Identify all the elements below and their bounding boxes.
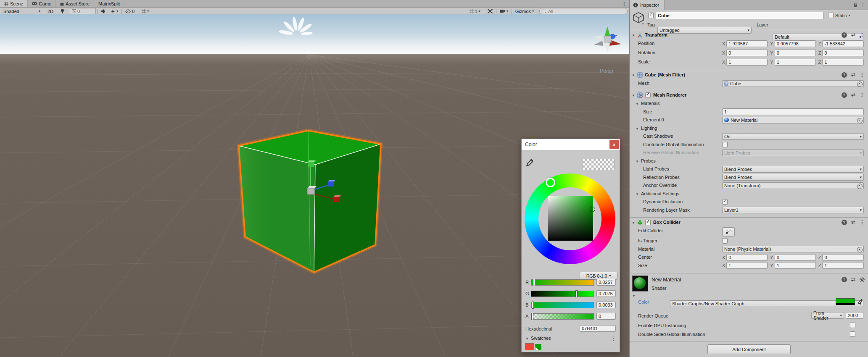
scene-visibility-button[interactable]: 0 xyxy=(124,8,136,14)
red-slider[interactable] xyxy=(531,279,594,286)
eyedropper-icon[interactable] xyxy=(526,158,533,167)
position-y-field[interactable]: 0.9057798 xyxy=(775,40,816,47)
presets-icon[interactable] xyxy=(851,277,856,282)
foldout-triangle-icon[interactable] xyxy=(632,92,635,97)
double-sided-gi-checkbox[interactable] xyxy=(850,331,855,337)
projection-mode-label[interactable]: Persp xyxy=(592,68,621,74)
help-icon[interactable] xyxy=(842,72,847,78)
grid-visibility-button[interactable]: ▾ xyxy=(140,8,150,14)
foldout-triangle-icon[interactable] xyxy=(632,72,635,77)
help-icon[interactable] xyxy=(842,92,847,98)
lighting-foldout-row[interactable]: Lighting xyxy=(630,124,868,133)
object-picker-icon[interactable] xyxy=(857,118,863,123)
help-icon[interactable] xyxy=(842,32,847,38)
help-icon[interactable] xyxy=(842,220,847,225)
chevron-down-icon[interactable]: ▾ xyxy=(849,13,850,17)
rotation-z-field[interactable]: 0 xyxy=(822,50,864,56)
tab-asset-store[interactable]: Asset Store xyxy=(56,0,94,7)
blue-slider[interactable] xyxy=(531,302,594,308)
anchor-override-field[interactable]: None (Transform) xyxy=(722,182,864,189)
scale-y-field[interactable]: 1 xyxy=(775,59,816,66)
render-queue-value-field[interactable]: 2000 xyxy=(846,312,863,319)
draw-mode-dropdown[interactable]: Shaded▾ xyxy=(2,8,42,14)
slider-handle[interactable] xyxy=(575,290,578,297)
slider-handle[interactable] xyxy=(531,313,533,320)
center-y-field[interactable]: 0 xyxy=(775,254,816,261)
close-button[interactable]: x xyxy=(609,140,619,149)
mesh-filter-header[interactable]: Cube (Mesh Filter) xyxy=(630,70,868,79)
scale-z-field[interactable]: 1 xyxy=(822,59,864,66)
tab-inspector[interactable]: Inspector xyxy=(630,0,665,10)
presets-icon[interactable] xyxy=(851,220,856,225)
add-component-button[interactable]: Add Component xyxy=(707,344,791,354)
slider-handle[interactable] xyxy=(533,279,535,286)
contribute-gi-checkbox[interactable] xyxy=(722,142,728,147)
component-menu-icon[interactable] xyxy=(860,72,865,78)
help-icon[interactable] xyxy=(842,277,847,282)
is-trigger-checkbox[interactable] xyxy=(722,238,728,244)
presets-icon[interactable] xyxy=(851,92,856,97)
mesh-object-field[interactable]: Cube xyxy=(722,80,864,87)
green-value-field[interactable]: 0.7075 xyxy=(596,290,616,297)
hue-marker[interactable] xyxy=(546,178,555,187)
tab-scene[interactable]: Scene xyxy=(0,0,28,7)
object-picker-icon[interactable] xyxy=(857,247,863,252)
gpu-instancing-checkbox[interactable] xyxy=(850,323,855,328)
effects-toggle-button[interactable]: ▾ xyxy=(109,8,120,14)
mesh-renderer-enabled-checkbox[interactable] xyxy=(645,92,651,98)
mesh-renderer-header[interactable]: Mesh Renderer xyxy=(630,90,868,100)
gizmos-dropdown[interactable]: Gizmos ▾ xyxy=(514,8,536,14)
component-menu-icon[interactable] xyxy=(860,32,865,38)
saved-swatch-red[interactable] xyxy=(525,343,534,350)
swatches-foldout[interactable]: Swatches xyxy=(525,336,551,341)
size-y-field[interactable]: 1 xyxy=(775,262,816,269)
component-menu-icon[interactable] xyxy=(860,92,865,98)
tab-game[interactable]: Game xyxy=(28,0,56,7)
gameobject-active-checkbox[interactable] xyxy=(648,13,654,18)
gear-icon[interactable] xyxy=(860,277,865,282)
box-collider-enabled-checkbox[interactable] xyxy=(645,220,651,225)
size-z-field[interactable]: 1 xyxy=(822,262,864,269)
edit-collider-button[interactable] xyxy=(722,227,735,236)
eyedropper-icon[interactable] xyxy=(857,299,863,304)
saturation-value-square[interactable] xyxy=(548,196,593,241)
dynamic-occlusion-checkbox[interactable] xyxy=(722,199,728,205)
swatches-menu-icon[interactable] xyxy=(611,336,616,341)
element0-object-field[interactable]: New Material xyxy=(722,117,864,123)
orientation-gizmo[interactable]: z x xyxy=(588,25,626,65)
render-queue-mode-dropdown[interactable]: From Shader xyxy=(811,312,844,319)
blue-value-field[interactable]: 0.0033 xyxy=(596,302,616,308)
material-color-swatch[interactable] xyxy=(836,298,855,305)
rotation-x-field[interactable]: 0 xyxy=(726,50,768,56)
new-swatch-button[interactable] xyxy=(535,344,541,350)
foldout-triangle-icon[interactable] xyxy=(632,32,635,37)
scene-pane-menu-icon[interactable] xyxy=(622,0,627,7)
foldout-triangle-icon[interactable] xyxy=(632,220,635,225)
red-value-field[interactable]: 0.0257 xyxy=(596,279,616,286)
gameobject-cube-icon[interactable] xyxy=(633,12,644,25)
scene-search-input[interactable]: All xyxy=(539,8,628,14)
exposure-field[interactable]: 0 xyxy=(70,8,96,14)
reflection-probes-dropdown[interactable]: Blend Probes xyxy=(722,174,864,181)
hexadecimal-field[interactable]: 07B401 xyxy=(580,325,616,332)
gameobject-name-field[interactable]: Cube xyxy=(656,12,824,19)
material-preview-thumbnail[interactable] xyxy=(632,276,648,291)
snap-increment-button[interactable]: 1 ▾ xyxy=(468,8,482,14)
camera-settings-button[interactable]: ▾ xyxy=(498,8,510,14)
tool-settings-button[interactable] xyxy=(486,8,494,14)
tab-matrixsplit[interactable]: MatrixSplit xyxy=(94,0,124,7)
toggle-2d-button[interactable]: 2D xyxy=(46,8,55,14)
position-z-field[interactable]: -1.533842 xyxy=(822,40,864,47)
light-probes-dropdown[interactable]: Blend Probes xyxy=(722,166,864,173)
saturation-value-marker[interactable] xyxy=(590,207,595,212)
position-x-field[interactable]: 1.920587 xyxy=(726,40,768,47)
green-slider[interactable] xyxy=(531,291,594,297)
additional-settings-foldout-row[interactable]: Additional Settings xyxy=(630,190,868,198)
center-x-field[interactable]: 0 xyxy=(726,254,768,261)
presets-icon[interactable] xyxy=(851,72,856,77)
scale-x-field[interactable]: 1 xyxy=(726,59,768,66)
probes-foldout-row[interactable]: Probes xyxy=(630,157,868,165)
rotation-y-field[interactable]: 0 xyxy=(775,50,816,56)
alpha-slider[interactable] xyxy=(531,313,594,320)
materials-foldout-row[interactable]: Materials xyxy=(630,100,868,108)
